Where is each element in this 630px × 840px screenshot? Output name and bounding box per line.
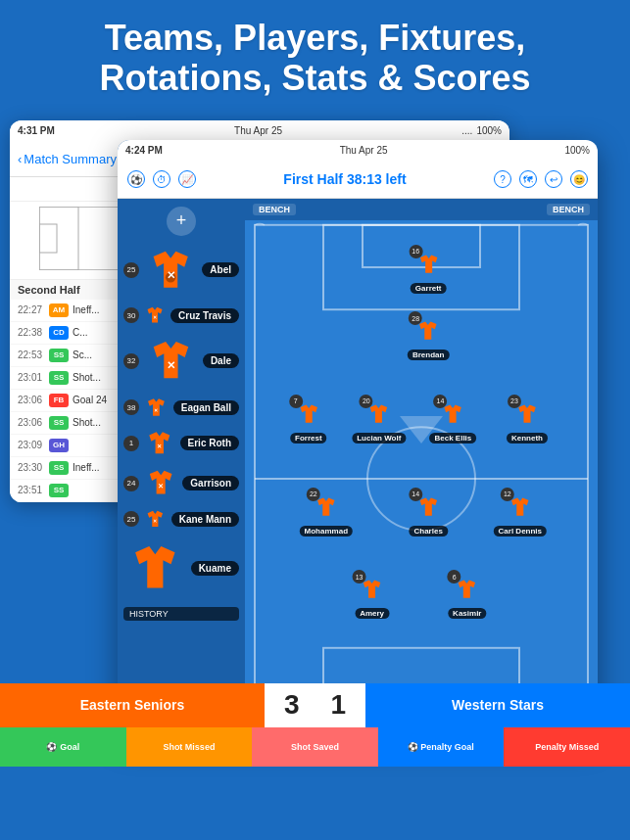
legend-shot-missed: Shot Missed [126,727,253,767]
jersey-icon [123,537,187,600]
player-number: 1 [123,436,139,451]
player-label-amery: Amery [355,608,389,619]
field-player-kasimir[interactable]: 6 Kasimir [448,576,486,619]
player-name: Abel [202,262,239,277]
event-badge-ss: SS [49,371,69,385]
field-player-carl[interactable]: 12 Carl Dennis [494,493,547,537]
hero-header: Teams, Players, Fixtures,Rotations, Stat… [0,0,630,111]
legend-goal-label: Goal [60,742,79,752]
player-num: 7 [289,395,303,408]
svg-text:✕: ✕ [158,483,164,490]
front-status-right: 100% [564,145,590,156]
event-text: Goal 24 [73,395,107,405]
jersey-icon: ✕ [143,465,178,500]
svg-text:✕: ✕ [153,315,157,320]
front-navbar: ⚽ ⏱ 📈 First Half 38:13 left ? 🗺 ↩ 😊 [118,162,598,199]
back-battery: 100% [476,125,502,136]
add-player-button[interactable]: + [167,207,196,236]
bench-label-left: BENCH [253,204,296,215]
phone-front: 4:24 PM Thu Apr 25 100% ⚽ ⏱ 📈 First Half… [118,140,598,737]
score-numbers: 3 1 [265,689,365,721]
back-status-date: Thu Apr 25 [234,125,282,136]
back-signal: .... [461,125,472,136]
event-time: 23:06 [18,417,45,428]
field-player-forrest[interactable]: 7 Forrest [290,400,327,443]
player-num: 23 [508,395,521,408]
team-left: Eastern Seniors [0,683,265,727]
legend-penalty-goal-label: Penalty Goal [420,742,474,752]
legend-shot-saved: Shot Saved [252,727,378,767]
player-item[interactable]: 32 ✕ Dale [118,330,245,392]
player-item[interactable]: Kuame [118,534,245,603]
player-number: 30 [123,307,139,323]
event-badge-ss: SS [49,461,69,475]
jersey-icon: ✕ [143,427,176,460]
ball-icon[interactable]: ⚽ [127,170,145,188]
field-player-mohammad[interactable]: 22 Mohammad [300,493,353,537]
score-row: Eastern Seniors 3 1 Western Stars [0,683,630,727]
svg-text:✕: ✕ [153,519,157,524]
event-badge-gh: GH [49,439,69,452]
help-icon-front[interactable]: ? [494,170,511,188]
svg-rect-1 [39,207,78,270]
player-item[interactable]: 30 ✕ Cruz Travis [118,301,245,330]
jersey-icon: ✕ [143,507,168,532]
face-icon[interactable]: 😊 [570,170,588,188]
score-right: 1 [331,689,347,721]
chart-icon[interactable]: 📈 [178,170,196,188]
nav-icons-left: ⚽ ⏱ 📈 [127,170,196,188]
svg-rect-2 [39,224,57,253]
player-item[interactable]: 25 ✕ Abel [118,240,245,301]
player-number: 24 [123,476,139,491]
nav-center-title: First Half 38:13 left [283,171,406,187]
player-label-lucian: Lucian Wolf [352,433,406,443]
legend-penalty-missed: Penalty Missed [504,727,630,767]
jersey-icon: ✕ [143,333,199,389]
jersey-icon: ✕ [143,243,198,298]
undo-icon[interactable]: ↩ [545,170,562,188]
field-player-garrett[interactable]: 16 Garrett [411,251,447,294]
legend-row: ⚽ Goal Shot Missed Shot Saved ⚽ Penalty … [0,727,630,767]
player-item[interactable]: 24 ✕ Garrison [118,462,245,503]
player-item-eric-roth[interactable]: 1 ✕ Eric Roth [118,424,245,463]
legend-penalty-goal: ⚽ Penalty Goal [378,727,505,767]
field-player-amery[interactable]: 13 Amery [355,576,389,619]
back-statusbar: 4:31 PM Thu Apr 25 .... 100% [10,120,509,142]
field-player-brendan[interactable]: 28 Brendan [408,317,449,360]
player-item[interactable]: 25 ✕ Kane Mann [118,504,245,535]
back-button[interactable]: ‹ Match Summary [18,152,117,166]
player-name: Eagan Ball [173,400,239,415]
map-icon[interactable]: 🗺 [519,170,537,188]
event-time: 22:38 [18,327,45,338]
player-label-kenneth: Kenneth [507,433,548,443]
field-markings-svg [245,220,598,737]
player-name: Dale [203,353,239,368]
scorecard: Eastern Seniors 3 1 Western Stars ⚽ Goal… [0,683,630,767]
bench-label-right: BENCH [547,204,590,215]
clock-icon[interactable]: ⏱ [153,170,170,188]
event-badge-am: AM [49,303,69,317]
front-status-time: 4:24 PM [125,145,163,156]
player-name: Kuame [191,561,239,576]
screens-container: 4:31 PM Thu Apr 25 .... 100% ‹ Match Sum… [0,111,630,767]
legend-goal-icon: ⚽ [46,742,57,752]
player-name: Kane Mann [171,512,239,527]
player-label-kasimir: Kasimir [448,608,486,619]
player-label-mohammad: Mohammad [300,526,353,537]
event-time: 23:01 [18,372,45,383]
field-area: BENCH BENCH [245,199,598,737]
back-status-time: 4:31 PM [18,125,55,136]
front-content: + 25 ✕ Abel 30 ✕ [118,199,598,737]
front-battery: 100% [564,145,590,156]
player-item[interactable]: 38 ✕ Eagan Ball [118,392,245,424]
field-player-charles[interactable]: 14 Charles [410,493,448,537]
player-num: 6 [448,570,461,583]
event-badge-ss: SS [49,484,69,497]
player-name-eric-roth: Eric Roth [180,436,239,450]
event-text: Ineff... [73,462,100,473]
event-text: Ineff... [73,304,100,315]
field-player-kenneth[interactable]: 23 Kenneth [507,400,548,443]
event-time: 22:27 [18,304,45,315]
field-player-lucian[interactable]: 20 Lucian Wolf [352,400,406,443]
svg-text:✕: ✕ [167,269,175,281]
